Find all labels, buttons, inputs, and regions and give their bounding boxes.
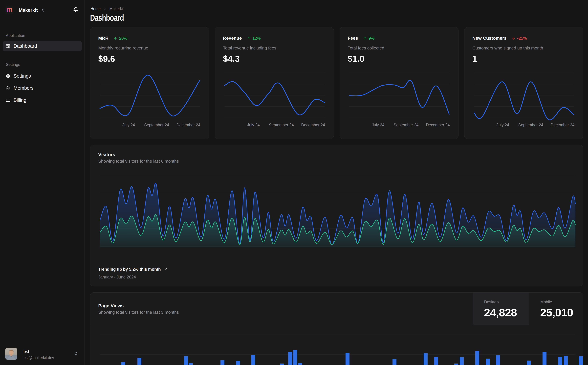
svg-text:m: m <box>6 6 13 14</box>
